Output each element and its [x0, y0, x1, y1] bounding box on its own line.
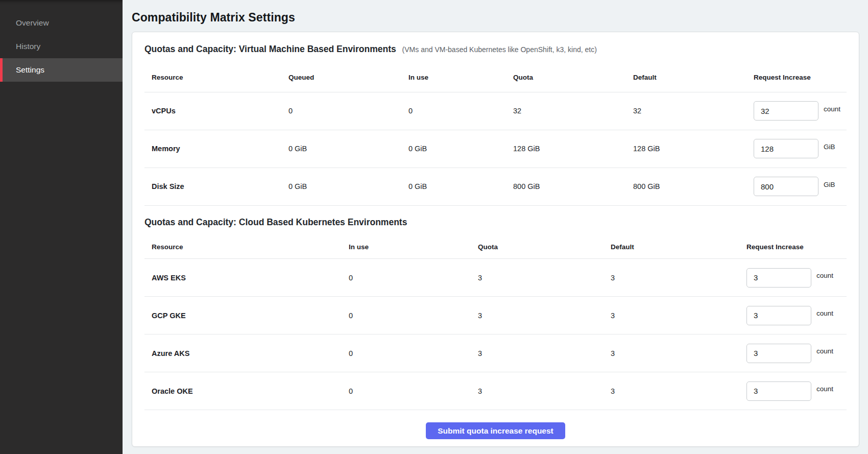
request-increase-cell: count: [746, 381, 847, 401]
in-use-value: 0: [342, 259, 471, 297]
column-header-request-increase: Request Increase: [746, 235, 847, 259]
resource-name: Azure AKS: [144, 334, 342, 372]
section-subtitle: (VMs and VM-based Kubernetes like OpenSh…: [402, 45, 597, 54]
table-row: vCPUs 0 0 32 32 count: [144, 92, 847, 130]
unit-label: count: [824, 105, 840, 113]
in-use-value: 0: [401, 92, 506, 130]
unit-label: count: [816, 347, 833, 355]
default-value: 800 GiB: [626, 168, 754, 205]
request-increase-cell: GiB: [754, 177, 847, 196]
resource-name: vCPUs: [144, 92, 281, 130]
button-row: Submit quota increase request: [144, 422, 847, 439]
request-increase-cell: GiB: [754, 139, 847, 158]
quota-value: 128 GiB: [506, 130, 626, 168]
unit-label: count: [816, 385, 833, 393]
section-title-text: Quotas and Capacity: Virtual Machine Bas…: [144, 44, 396, 54]
request-increase-cell: count: [754, 101, 847, 121]
in-use-value: 0 GiB: [401, 168, 506, 205]
queued-value: 0 GiB: [281, 168, 401, 205]
column-header-resource: Resource: [144, 235, 342, 259]
default-value: 3: [604, 259, 746, 297]
settings-card: Quotas and Capacity: Virtual Machine Bas…: [132, 32, 859, 447]
unit-label: count: [816, 309, 833, 317]
request-increase-input[interactable]: [746, 344, 811, 363]
active-indicator: [0, 58, 3, 82]
resource-name: Disk Size: [144, 168, 281, 205]
unit-label: GiB: [824, 143, 835, 151]
column-header-default: Default: [626, 63, 754, 92]
column-header-resource: Resource: [144, 63, 281, 92]
main-content: Compatibility Matrix Settings Quotas and…: [123, 0, 868, 454]
request-increase-cell: count: [746, 306, 847, 325]
app-window: Overview History Settings Compatibility …: [0, 0, 868, 454]
table-row: Disk Size 0 GiB 0 GiB 800 GiB 800 GiB Gi…: [144, 168, 847, 205]
table-header-row: Resource In use Quota Default Request In…: [144, 235, 847, 259]
column-header-in-use: In use: [401, 63, 506, 92]
default-value: 32: [626, 92, 754, 130]
request-increase-cell: count: [746, 268, 847, 288]
sidebar-item-history[interactable]: History: [0, 35, 123, 58]
quota-value: 3: [471, 372, 604, 410]
resource-name: Memory: [144, 130, 281, 168]
sidebar-item-settings[interactable]: Settings: [0, 58, 123, 82]
resource-name: GCP GKE: [144, 297, 342, 334]
sidebar-item-label: Settings: [16, 65, 44, 75]
vm-quota-table: Resource Queued In use Quota Default Req…: [144, 63, 847, 206]
column-header-request-increase: Request Increase: [754, 63, 847, 92]
queued-value: 0: [281, 92, 401, 130]
table-row: Azure AKS 0 3 3 count: [144, 334, 847, 372]
default-value: 3: [604, 372, 746, 410]
quota-value: 3: [471, 259, 604, 297]
resource-name: Oracle OKE: [144, 372, 342, 410]
request-increase-cell: count: [746, 344, 847, 363]
request-increase-input[interactable]: [746, 268, 811, 288]
resource-name: AWS EKS: [144, 259, 342, 297]
column-header-default: Default: [604, 235, 746, 259]
sidebar-nav: Overview History Settings: [0, 0, 123, 82]
request-increase-input[interactable]: [754, 139, 818, 158]
queued-value: 0 GiB: [281, 130, 401, 168]
sidebar: Overview History Settings: [0, 0, 123, 454]
quota-value: 800 GiB: [506, 168, 626, 205]
table-row: Memory 0 GiB 0 GiB 128 GiB 128 GiB GiB: [144, 130, 847, 168]
quota-value: 3: [471, 334, 604, 372]
submit-button[interactable]: Submit quota increase request: [426, 422, 565, 439]
default-value: 3: [604, 334, 746, 372]
request-increase-input[interactable]: [754, 177, 818, 196]
column-header-queued: Queued: [281, 63, 401, 92]
quota-value: 32: [506, 92, 626, 130]
sidebar-item-overview[interactable]: Overview: [0, 11, 123, 35]
column-header-quota: Quota: [506, 63, 626, 92]
section-title-cloud: Quotas and Capacity: Cloud Based Kuberne…: [144, 216, 847, 228]
section-title-vm: Quotas and Capacity: Virtual Machine Bas…: [144, 42, 847, 56]
column-header-quota: Quota: [471, 235, 604, 259]
in-use-value: 0: [342, 297, 471, 334]
quota-value: 3: [471, 297, 604, 334]
page-title: Compatibility Matrix Settings: [132, 10, 859, 25]
request-increase-input[interactable]: [754, 101, 818, 121]
cloud-quota-table: Resource In use Quota Default Request In…: [144, 235, 847, 411]
unit-label: count: [816, 272, 833, 279]
default-value: 128 GiB: [626, 130, 754, 168]
section-title-text: Quotas and Capacity: Cloud Based Kuberne…: [144, 217, 407, 227]
request-increase-input[interactable]: [746, 306, 811, 325]
unit-label: GiB: [824, 181, 835, 188]
table-header-row: Resource Queued In use Quota Default Req…: [144, 63, 847, 92]
table-row: Oracle OKE 0 3 3 count: [144, 372, 847, 410]
in-use-value: 0: [342, 372, 471, 410]
table-row: GCP GKE 0 3 3 count: [144, 297, 847, 334]
column-header-in-use: In use: [342, 235, 471, 259]
table-row: AWS EKS 0 3 3 count: [144, 259, 847, 297]
in-use-value: 0: [342, 334, 471, 372]
in-use-value: 0 GiB: [401, 130, 506, 168]
request-increase-input[interactable]: [746, 381, 811, 401]
default-value: 3: [604, 297, 746, 334]
